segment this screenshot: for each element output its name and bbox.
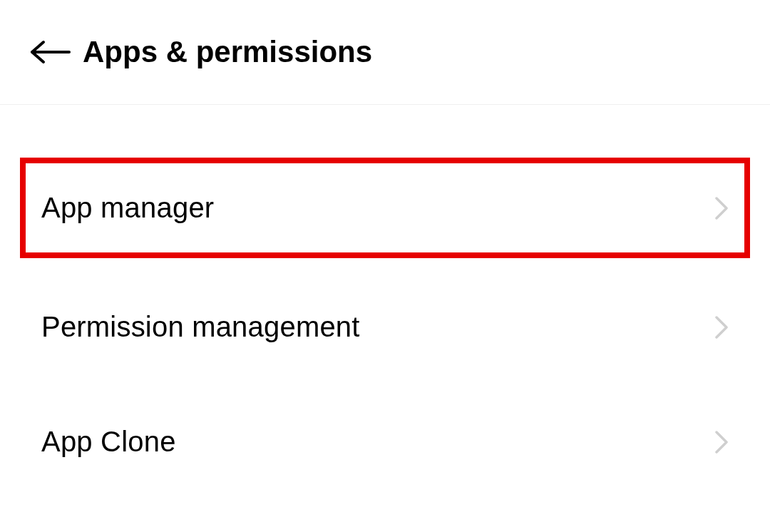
header-bar: Apps & permissions — [0, 0, 770, 105]
chevron-right-icon — [714, 196, 729, 220]
back-arrow-icon — [29, 39, 71, 65]
list-item-app-clone[interactable]: App Clone — [0, 396, 770, 488]
chevron-right-icon — [714, 315, 729, 339]
settings-list: App manager Permission management App Cl… — [0, 105, 770, 488]
list-item-label: App manager — [41, 192, 214, 224]
list-item-label: Permission management — [41, 311, 360, 343]
list-item-permission-management[interactable]: Permission management — [0, 281, 770, 373]
chevron-right-icon — [714, 430, 729, 454]
back-button[interactable] — [29, 34, 71, 70]
list-item-app-manager[interactable]: App manager — [20, 158, 750, 258]
list-item-label: App Clone — [41, 426, 176, 458]
page-title: Apps & permissions — [83, 35, 372, 69]
